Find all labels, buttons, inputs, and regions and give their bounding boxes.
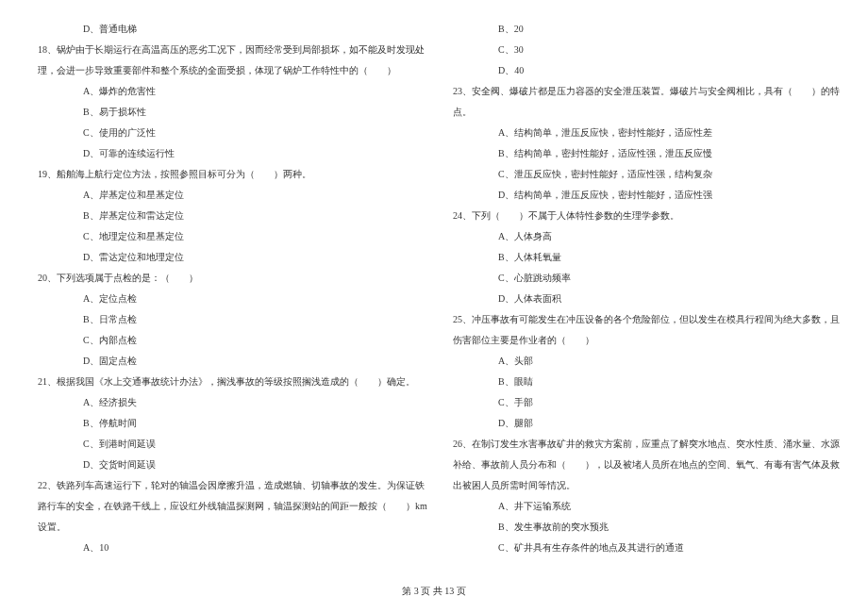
right-column: B、20 C、30 D、40 23、安全阀、爆破片都是压力容器的安全泄压装置。爆… xyxy=(453,19,830,558)
q20-option-a: A、定位点检 xyxy=(38,289,415,309)
q17-option-d: D、普通电梯 xyxy=(38,19,415,40)
q24-option-b: B、人体耗氧量 xyxy=(453,247,830,268)
q20-option-c: C、内部点检 xyxy=(38,330,415,351)
q23-option-a: A、结构简单，泄压反应快，密封性能好，适应性差 xyxy=(453,123,830,143)
q26-text-line2: 补给、事故前人员分布和（ ），以及被堵人员所在地点的空间、氧气、有毒有害气体及救 xyxy=(453,455,830,475)
q21-option-b: B、停航时间 xyxy=(38,413,415,434)
q20-text: 20、下列选项属于点检的是：（ ） xyxy=(38,268,415,289)
q25-option-b: B、眼睛 xyxy=(453,372,830,392)
q22-text-line1: 22、铁路列车高速运行下，轮对的轴温会因摩擦升温，造成燃轴、切轴事故的发生。为保… xyxy=(38,475,415,496)
q18-text-line1: 18、锅炉由于长期运行在高温高压的恶劣工况下，因而经常受到局部损坏，如不能及时发… xyxy=(38,40,415,60)
q18-text-line2: 理，会进一步导致重要部件和整个系统的全面受损，体现了锅炉工作特性中的（ ） xyxy=(38,60,415,81)
q26-option-b: B、发生事故前的突水预兆 xyxy=(453,517,830,538)
q18-option-c: C、使用的广泛性 xyxy=(38,123,415,143)
q24-option-c: C、心脏跳动频率 xyxy=(453,268,830,289)
q22-option-a: A、10 xyxy=(38,538,415,558)
q25-option-d: D、腿部 xyxy=(453,413,830,434)
q19-text: 19、船舶海上航行定位方法，按照参照目标可分为（ ）两种。 xyxy=(38,164,415,185)
q26-option-c: C、矿井具有生存条件的地点及其进行的通道 xyxy=(453,538,830,558)
q26-text-line1: 26、在制订发生水害事故矿井的救灾方案前，应重点了解突水地点、突水性质、涌水量、… xyxy=(453,434,830,455)
page-footer: 第 3 页 共 13 页 xyxy=(0,585,868,598)
q23-option-c: C、泄压反应快，密封性能好，适应性强，结构复杂 xyxy=(453,164,830,185)
q26-option-a: A、井下运输系统 xyxy=(453,496,830,517)
q21-option-d: D、交货时间延误 xyxy=(38,455,415,475)
q21-text: 21、根据我国《水上交通事故统计办法》，搁浅事故的等级按照搁浅造成的（ ）确定。 xyxy=(38,372,415,392)
left-column: D、普通电梯 18、锅炉由于长期运行在高温高压的恶劣工况下，因而经常受到局部损坏… xyxy=(38,19,415,558)
q23-text-line2: 点。 xyxy=(453,102,830,123)
q21-option-a: A、经济损失 xyxy=(38,392,415,413)
q25-option-c: C、手部 xyxy=(453,392,830,413)
q22-option-d: D、40 xyxy=(453,60,830,81)
q23-text-line1: 23、安全阀、爆破片都是压力容器的安全泄压装置。爆破片与安全阀相比，具有（ ）的… xyxy=(453,81,830,102)
q25-text-line2: 伤害部位主要是作业者的（ ） xyxy=(453,330,830,351)
q22-text-line2: 路行车的安全，在铁路干线上，应设红外线轴温探测网，轴温探测站的间距一般按（ ）k… xyxy=(38,496,415,517)
q18-option-b: B、易于损坏性 xyxy=(38,102,415,123)
q19-option-d: D、雷达定位和地理定位 xyxy=(38,247,415,268)
q19-option-c: C、地理定位和星基定位 xyxy=(38,226,415,247)
q22-text-line3: 设置。 xyxy=(38,517,415,538)
q25-option-a: A、头部 xyxy=(453,351,830,372)
q23-option-b: B、结构简单，密封性能好，适应性强，泄压反应慢 xyxy=(453,143,830,164)
q25-text-line1: 25、冲压事故有可能发生在冲压设备的各个危险部位，但以发生在模具行程间为绝大多数… xyxy=(453,309,830,330)
q19-option-a: A、岸基定位和星基定位 xyxy=(38,185,415,206)
q22-option-c: C、30 xyxy=(453,40,830,60)
q24-option-d: D、人体表面积 xyxy=(453,289,830,309)
q18-option-d: D、可靠的连续运行性 xyxy=(38,143,415,164)
q20-option-b: B、日常点检 xyxy=(38,309,415,330)
q21-option-c: C、到港时间延误 xyxy=(38,434,415,455)
page-content: D、普通电梯 18、锅炉由于长期运行在高温高压的恶劣工况下，因而经常受到局部损坏… xyxy=(0,0,868,558)
q19-option-b: B、岸基定位和雷达定位 xyxy=(38,206,415,226)
q20-option-d: D、固定点检 xyxy=(38,351,415,372)
q18-option-a: A、爆炸的危害性 xyxy=(38,81,415,102)
q24-text: 24、下列（ ）不属于人体特性参数的生理学参数。 xyxy=(453,206,830,226)
q23-option-d: D、结构简单，泄压反应快，密封性能好，适应性强 xyxy=(453,185,830,206)
q24-option-a: A、人体身高 xyxy=(453,226,830,247)
q22-option-b: B、20 xyxy=(453,19,830,40)
q26-text-line3: 出被困人员所需时间等情况。 xyxy=(453,475,830,496)
